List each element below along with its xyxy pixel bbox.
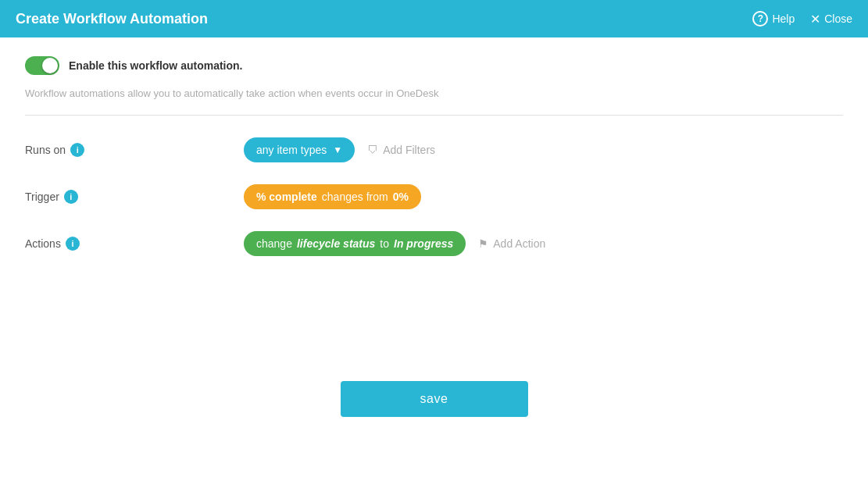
trigger-text-1: % complete (256, 191, 317, 203)
page-title: Create Workflow Automation (16, 11, 208, 27)
runs-on-info-icon[interactable]: i (70, 143, 84, 157)
action-pill[interactable]: change lifecycle status to In progress (244, 231, 466, 256)
runs-on-dropdown[interactable]: any item types ▼ (244, 137, 355, 162)
close-button[interactable]: ✕ Close (810, 12, 852, 27)
actions-controls: change lifecycle status to In progress ⚑… (244, 231, 545, 256)
actions-row: Actions i change lifecycle status to In … (25, 231, 843, 256)
runs-on-label: Runs on i (25, 143, 119, 157)
enable-toggle[interactable] (25, 56, 59, 75)
trigger-text-2: changes from (322, 191, 388, 203)
trigger-row: Trigger i % complete changes from 0% (25, 184, 843, 209)
filter-icon: ⛉ (367, 144, 378, 156)
header-actions: ? Help ✕ Close (752, 11, 852, 27)
chevron-down-icon: ▼ (333, 144, 342, 155)
actions-label: Actions i (25, 237, 119, 251)
runs-on-row: Runs on i any item types ▼ ⛉ Add Filters (25, 137, 843, 162)
help-button[interactable]: ? Help (752, 11, 795, 27)
save-section: save (25, 381, 843, 417)
trigger-info-icon[interactable]: i (64, 190, 78, 204)
trigger-pill[interactable]: % complete changes from 0% (244, 184, 421, 209)
help-label: Help (772, 12, 795, 25)
help-icon: ? (752, 11, 768, 27)
header: Create Workflow Automation ? Help ✕ Clos… (0, 0, 868, 37)
subtitle-text: Workflow automations allow you to automa… (25, 87, 843, 99)
close-label: Close (824, 12, 852, 25)
action-text-3: to (380, 237, 389, 250)
toggle-label: Enable this workflow automation. (69, 59, 242, 72)
action-text-4: In progress (394, 237, 453, 250)
flag-icon: ⚑ (478, 237, 488, 250)
add-action-button[interactable]: ⚑ Add Action (478, 237, 545, 250)
add-action-label: Add Action (493, 237, 545, 250)
trigger-controls: % complete changes from 0% (244, 184, 421, 209)
close-icon: ✕ (810, 12, 820, 27)
content: Enable this workflow automation. Workflo… (0, 37, 868, 436)
trigger-label: Trigger i (25, 190, 119, 204)
trigger-text-3: 0% (393, 191, 409, 203)
action-text-1: change (256, 237, 292, 250)
add-filters-button[interactable]: ⛉ Add Filters (367, 144, 435, 156)
runs-on-value: any item types (256, 144, 327, 156)
save-button[interactable]: save (341, 381, 528, 417)
add-filters-label: Add Filters (383, 144, 435, 156)
action-text-2: lifecycle status (297, 237, 375, 250)
toggle-row: Enable this workflow automation. (25, 56, 843, 75)
divider (25, 115, 843, 116)
runs-on-controls: any item types ▼ ⛉ Add Filters (244, 137, 435, 162)
actions-info-icon[interactable]: i (66, 237, 80, 251)
